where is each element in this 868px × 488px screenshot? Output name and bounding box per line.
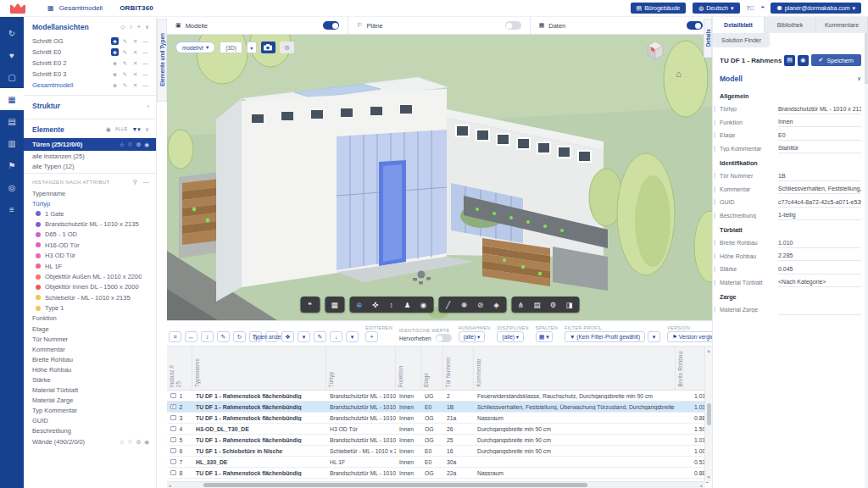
struktur-header[interactable]: Struktur › (24, 96, 156, 114)
type-filter-item[interactable]: H16-OD Tür (24, 240, 156, 250)
model-view-item[interactable]: Schnitt E0 3◈✎✕— (24, 69, 156, 80)
home-view-icon[interactable]: ⌂ (676, 69, 682, 79)
remove-icon[interactable]: — (142, 48, 149, 56)
language-button[interactable]: ◍ Deutsch▾ (693, 3, 739, 14)
table-row[interactable]: 5TU DF 1 - Rahmenstock flächenbündigBran… (167, 435, 714, 446)
model-view-item[interactable]: Schnitt E0◈✎✕— (24, 47, 156, 58)
attribute-item[interactable]: Etage (24, 324, 156, 334)
search-icon[interactable]: ⚲ (133, 179, 138, 186)
camera-button[interactable] (261, 42, 275, 53)
table-view-button[interactable]: ▦ (326, 297, 342, 312)
tab-details-vertical[interactable]: Details (704, 19, 712, 58)
eye-icon[interactable]: ◉ (106, 126, 111, 133)
attribute-item[interactable]: Kommentar (24, 344, 156, 354)
table-horizontal-scrollbar[interactable]: ◂▸ (167, 481, 704, 488)
target-button[interactable]: ⊚ (280, 42, 294, 53)
collapse-icon[interactable]: ∨ (145, 24, 149, 30)
tab-bibliothek[interactable]: Bibliothek (765, 17, 816, 33)
table-row[interactable]: 1TU DF 1 - Rahmenstock flächenbündigBran… (167, 391, 714, 402)
sync-icon[interactable]: ◈ (111, 81, 119, 89)
fit-width-button[interactable]: ↔ (185, 331, 198, 342)
attribute-item[interactable]: GUID (24, 416, 156, 426)
models-icon[interactable]: ▦ (0, 88, 24, 110)
column-header[interactable]: Tür Nummer (443, 347, 474, 390)
table-row[interactable]: 7HL_330_DEHL 1FInnenE030a0.530 (167, 457, 714, 468)
eye-icon[interactable]: ◉ (144, 439, 149, 446)
sync-icon[interactable]: ◈ (111, 37, 119, 45)
minimize-icon[interactable]: — (143, 179, 149, 186)
delete-icon[interactable]: ✕ (131, 37, 139, 45)
walk-button[interactable]: ♟ (399, 297, 415, 312)
settings-button[interactable]: ⚙ (545, 297, 561, 312)
header-instanz[interactable]: Instanz # 25 (167, 347, 192, 390)
details-scrollbar[interactable] (865, 33, 868, 488)
hierarchy-button[interactable]: ⋔ (513, 297, 529, 312)
model-view-item[interactable]: Gesamtmodell◈✎✕— (24, 80, 156, 91)
field-value[interactable]: 1B (778, 171, 861, 181)
field-value[interactable]: Brandschutztür ML - 1010 x 2135 (778, 104, 861, 114)
edit-cells-button[interactable]: ✎ (217, 331, 230, 342)
pin-icon[interactable]: ⚐ (128, 141, 133, 148)
delete-icon[interactable]: ✕ (131, 70, 139, 78)
documents-icon[interactable]: ▤ (0, 110, 24, 132)
tab-elemente-und-typen[interactable]: Elemente und Typen (157, 19, 167, 102)
model-dropdown[interactable]: modelrvt▾ (175, 42, 215, 53)
attr-typenname[interactable]: Typenname (24, 188, 156, 198)
support-icon[interactable]: ↻ (0, 22, 24, 44)
user-button[interactable]: ⚉ planer@dormakaba.com▾ (771, 3, 861, 14)
orbit-button[interactable]: ⊕ (351, 297, 367, 312)
section-button[interactable]: ❋ (456, 297, 472, 312)
sidebar-item-tueren[interactable]: Türen (25/12/0/0) ☆ ⚐ ⚙ ◉ (24, 138, 156, 151)
explode-button[interactable]: ◈ (488, 297, 504, 312)
attribute-item[interactable]: Typ Kommentar (24, 406, 156, 416)
attribute-item[interactable]: Breite Rohbau (24, 354, 156, 364)
table-row[interactable]: 8TU DF 1 - Rahmenstock flächenbündigBran… (167, 468, 714, 479)
sync-icon[interactable]: ◈ (111, 70, 119, 78)
export-button[interactable]: ↓ (330, 331, 342, 342)
elemente-header[interactable]: Elemente ◉ ALLE ▼▾ ∨ (24, 119, 156, 138)
attribute-item[interactable]: Höhe Rohbau (24, 364, 156, 374)
add-view-icon[interactable]: + (137, 24, 141, 30)
edit-button[interactable]: ✎ (314, 331, 326, 342)
typen-anzeigen-button[interactable]: Typen anzeigen (265, 331, 278, 342)
star-icon[interactable]: ☆ (120, 439, 125, 446)
measure-button[interactable]: ╱ (440, 297, 456, 312)
attribute-item[interactable]: Stärke (24, 374, 156, 385)
ausnahmen-dropdown[interactable]: (alle) ▾ (459, 331, 486, 342)
table-vertical-scrollbar[interactable]: ▲▼ (704, 347, 712, 481)
zoom-button[interactable]: ↕ (383, 297, 399, 312)
add-row-button[interactable]: + (365, 331, 378, 342)
row-checkbox[interactable] (170, 448, 176, 454)
projects-icon[interactable]: ▢ (0, 66, 24, 88)
version-compare-button[interactable]: ⚑ Version vergleichen (667, 331, 712, 342)
network-icon[interactable]: ◇ (120, 24, 125, 30)
spalten-dropdown[interactable]: ▦ ▾ (536, 331, 553, 342)
tab-solution-finder[interactable]: Solution Finder (713, 33, 770, 47)
table-row[interactable]: 3TU DF 1 - Rahmenstock flächenbündigBran… (167, 413, 714, 424)
row-checkbox[interactable] (170, 426, 176, 432)
eye-icon[interactable]: ◉ (144, 141, 149, 148)
type-filter-item[interactable]: D65 - 1 OD (24, 230, 156, 240)
remove-icon[interactable]: — (142, 37, 149, 45)
save-button[interactable]: ✔ Speichern (811, 54, 861, 66)
table-row[interactable]: ✓2TU DF 1 - Rahmenstock flächenbündigBra… (167, 402, 714, 413)
attribute-item[interactable]: Funktion (24, 313, 156, 324)
column-header[interactable]: Typenname (192, 347, 326, 390)
reports-icon[interactable]: ▥ (0, 132, 24, 154)
tab-kommentare[interactable]: Kommentare (816, 17, 868, 33)
disziplinen-dropdown[interactable]: (alle) ▾ (497, 331, 524, 342)
help-icon[interactable]: ?⃝ (747, 5, 754, 11)
column-header[interactable]: Etage (421, 347, 443, 390)
type-filter-item[interactable]: 1 Gate (24, 208, 156, 219)
pan-button[interactable]: ✜ (367, 297, 383, 312)
row-checkbox[interactable] (170, 393, 176, 399)
view-mode-dropdown[interactable]: (3D) (220, 42, 242, 53)
comment-button[interactable]: ❝ (302, 297, 318, 312)
attribute-item[interactable]: Material Zarge (24, 396, 156, 406)
daten-toggle[interactable] (687, 21, 703, 30)
attr-tuertyp[interactable]: Türtyp (24, 198, 156, 208)
row-checkbox[interactable] (170, 470, 176, 476)
sync-icon[interactable]: ◈ (111, 59, 119, 67)
save-view-button[interactable]: ▤ (529, 297, 545, 312)
row-checkbox[interactable] (170, 415, 176, 421)
